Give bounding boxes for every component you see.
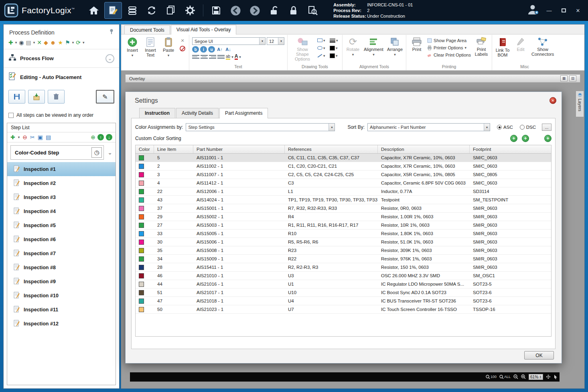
show-connectors-button[interactable]: Show Connectors bbox=[530, 36, 555, 57]
tab-activity-details[interactable]: Activity Details bbox=[176, 108, 219, 118]
save-step-button[interactable] bbox=[8, 90, 25, 104]
insert-button[interactable]: Insert bbox=[124, 36, 141, 58]
add-color-sort-icon-3[interactable] bbox=[544, 135, 552, 142]
zoom-out-icon[interactable] bbox=[513, 374, 518, 379]
operator-icon[interactable] bbox=[50, 39, 56, 46]
color-swatch[interactable] bbox=[139, 265, 144, 270]
step-list-item[interactable]: Inspection #10 bbox=[7, 288, 116, 303]
tools-icon[interactable] bbox=[44, 39, 48, 46]
user-icon[interactable] bbox=[527, 4, 539, 17]
table-row[interactable]: 4AIS11412 - 1C3Capacitor, Ceramic 6.8PF … bbox=[136, 179, 551, 187]
unlock-icon[interactable] bbox=[265, 2, 283, 19]
materials-stack-icon[interactable] bbox=[124, 2, 141, 19]
print-caret-icon[interactable] bbox=[33, 39, 35, 46]
pointer-icon[interactable] bbox=[554, 374, 558, 379]
fill-color-icon[interactable] bbox=[330, 53, 339, 59]
print-button[interactable]: Print bbox=[408, 36, 425, 52]
edit-button[interactable]: Edit bbox=[512, 36, 529, 52]
column-header-line-item[interactable]: Line Item bbox=[154, 145, 193, 153]
link-to-bom-button[interactable]: Link To BOM bbox=[494, 36, 511, 57]
more-options-button[interactable]: ... bbox=[542, 124, 552, 131]
table-row[interactable]: 33AIS15005 - 1R10Resistor, 1.80K 1%, 060… bbox=[136, 230, 551, 238]
tab-document-tools[interactable]: Document Tools bbox=[124, 25, 170, 34]
add-color-sort-icon-1[interactable] bbox=[510, 135, 517, 142]
find-step-icon[interactable] bbox=[91, 134, 95, 140]
align-justify-icon[interactable] bbox=[217, 54, 225, 60]
cut-step-icon[interactable] bbox=[30, 134, 35, 140]
flag-icon[interactable] bbox=[65, 39, 70, 46]
zoom-100-button[interactable]: 100 bbox=[486, 375, 497, 379]
lock-icon[interactable] bbox=[284, 2, 302, 19]
tab-part-assignments[interactable]: Part Assignments bbox=[219, 108, 268, 118]
color-swatch[interactable] bbox=[139, 214, 144, 219]
disable-icon[interactable] bbox=[179, 45, 186, 52]
minimize-button[interactable]: — bbox=[545, 8, 554, 14]
font-color-caret-icon[interactable] bbox=[239, 55, 241, 59]
highlight-caret-icon[interactable] bbox=[231, 55, 233, 59]
table-row[interactable]: 34AIS15009 - 1R22Resistor, 976K 1%, 0603… bbox=[136, 255, 551, 263]
arrange-button[interactable]: Arrange bbox=[386, 36, 404, 57]
color-coded-step-box[interactable]: Color-Coded Step bbox=[10, 145, 104, 160]
align-right-icon[interactable] bbox=[209, 54, 216, 60]
step-list-item[interactable]: Inspection #1 bbox=[7, 162, 116, 176]
table-row[interactable]: 5AIS11001 - 1C6, C11, C11, C35, C35, C37… bbox=[136, 154, 551, 162]
step-list-item[interactable]: Inspection #6 bbox=[7, 232, 116, 246]
maximize-button[interactable] bbox=[559, 8, 568, 14]
color-swatch[interactable] bbox=[139, 172, 144, 177]
line-shape-icon[interactable] bbox=[317, 53, 327, 59]
process-browser-icon[interactable] bbox=[19, 39, 24, 46]
highlight-icon[interactable]: ab bbox=[226, 54, 230, 60]
shrink-font-icon[interactable]: A↓ bbox=[225, 46, 232, 53]
find-document-icon[interactable] bbox=[304, 2, 321, 19]
table-row[interactable]: 50AIS21023 - 1U7IC Touch Screen Controll… bbox=[136, 305, 551, 314]
zoom-all-button[interactable]: ALL bbox=[499, 375, 511, 379]
align-left-icon[interactable] bbox=[192, 54, 199, 60]
table-row[interactable]: 27AIS15003 - 1R1, R11, R11, R16, R16-R17… bbox=[136, 221, 551, 230]
printer-options-button[interactable]: Printer Options bbox=[427, 45, 471, 50]
color-swatch[interactable] bbox=[139, 273, 144, 278]
table-row[interactable]: 51AIS21017 - 1U10IC Boost Sync ADJ 0.1A … bbox=[136, 288, 551, 297]
pin-icon[interactable] bbox=[109, 28, 114, 36]
font-color-icon[interactable]: A bbox=[235, 54, 238, 60]
color-swatch[interactable] bbox=[139, 256, 144, 262]
table-row[interactable]: 35AIS15008 - 1R23Resistor, 309K 1%, 0603… bbox=[136, 246, 551, 255]
forward-icon[interactable] bbox=[246, 2, 264, 19]
collapse-flow-button[interactable] bbox=[105, 54, 114, 63]
italic-icon[interactable]: i bbox=[200, 46, 207, 53]
bold-icon[interactable]: b bbox=[192, 46, 199, 53]
table-row[interactable]: 43AIS14024 - 1TP1, TP19, TP19, TP30, TP3… bbox=[136, 196, 551, 204]
tab-visual-aid-tools-overlay[interactable]: Visual Aid Tools - Overlay bbox=[171, 25, 237, 35]
any-order-checkbox[interactable] bbox=[8, 113, 14, 118]
step-list-item[interactable]: Inspection #4 bbox=[7, 204, 116, 218]
color-swatch[interactable] bbox=[139, 231, 144, 236]
color-swatch[interactable] bbox=[139, 189, 144, 194]
overlay-save-icon[interactable]: ▤ bbox=[569, 75, 576, 81]
dialog-close-icon[interactable] bbox=[549, 97, 556, 104]
close-button[interactable] bbox=[574, 8, 582, 14]
table-row[interactable]: 29AIS15002 - 1R4Resistor, 1.00R 1%, 0603… bbox=[136, 213, 551, 221]
stroke-color-icon[interactable] bbox=[330, 45, 339, 51]
rectangle-shape-icon[interactable] bbox=[317, 37, 327, 43]
delete-step-button[interactable] bbox=[48, 90, 65, 104]
line-style-icon[interactable] bbox=[330, 37, 339, 43]
column-header-color[interactable]: Color bbox=[136, 145, 154, 153]
table-row[interactable]: 28AIS15411 - 1R2, R2-R3, R3Resistor, 150… bbox=[136, 263, 551, 272]
underline-icon[interactable]: u bbox=[208, 46, 215, 53]
column-header-references[interactable]: References bbox=[285, 145, 378, 153]
overlay-grid-icon[interactable]: ▦ bbox=[560, 75, 568, 81]
add-process-icon[interactable] bbox=[8, 39, 13, 46]
table-row[interactable]: 30AIS15006 - 1R5, R5-R6, R6Resistor, 51.… bbox=[136, 238, 551, 246]
asc-radio-option[interactable]: ASC bbox=[497, 125, 513, 130]
step-list-item[interactable]: Inspection #9 bbox=[7, 274, 116, 288]
add-process-caret-icon[interactable] bbox=[15, 39, 17, 46]
color-swatch[interactable] bbox=[139, 299, 144, 304]
table-row[interactable]: 37AIS15001 - 1R7, R32, R32-R33, R33Resis… bbox=[136, 204, 551, 213]
column-header-footprint[interactable]: Footprint bbox=[470, 145, 551, 153]
step-list-item[interactable]: Inspection #3 bbox=[7, 190, 116, 204]
table-row[interactable]: 46AIS21010 - 1U3OSC 26.000 MHZ 3.3V SMDS… bbox=[136, 272, 551, 280]
alignment-button[interactable]: Alignment bbox=[363, 36, 385, 57]
insert-text-button[interactable]: Insert Text bbox=[142, 36, 159, 57]
refresh-caret-icon[interactable] bbox=[83, 39, 85, 46]
save-icon[interactable] bbox=[207, 2, 225, 19]
ok-button[interactable]: OK bbox=[524, 351, 554, 360]
